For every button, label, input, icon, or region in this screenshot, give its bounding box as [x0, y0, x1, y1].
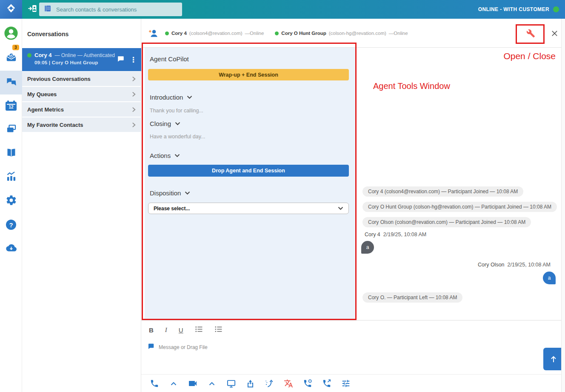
message-placeholder: Message or Drag File: [159, 344, 208, 350]
call-options-chevron[interactable]: [168, 382, 179, 386]
close-icon: [551, 30, 558, 37]
introduction-section-header[interactable]: Introduction: [150, 94, 192, 101]
message-input[interactable]: Message or Drag File: [147, 343, 208, 352]
active-conversation-item[interactable]: Cory 4 — Online — Authenticated 09:05 | …: [22, 48, 141, 71]
profile-presence-icon: [4, 26, 18, 42]
disposition-selected-value: Please select...: [154, 206, 190, 212]
nav-directory[interactable]: [0, 142, 22, 164]
settings-sliders-button[interactable]: [340, 379, 351, 388]
system-message: Cory O Hunt Group (colson-hg@revation.co…: [362, 202, 557, 212]
participant-email: (colson-hg@revation.com): [329, 31, 386, 36]
active-conversation-time: 09:05: [34, 60, 47, 65]
chevron-right-icon: [131, 107, 136, 112]
message-timestamp: 2/19/25, 10:08 AM: [508, 262, 551, 268]
active-conversation-status: — Online — Authenticated: [54, 52, 114, 58]
participant: Cory O Hunt Group (colson-hg@revation.co…: [275, 31, 408, 36]
presence-dot: [27, 53, 31, 57]
screen-share-button[interactable]: [225, 379, 237, 389]
participant: Cory 4 (colson4@revation.com) —Online: [165, 31, 264, 36]
separator: |: [49, 60, 50, 65]
agent-status-dot: [553, 6, 559, 12]
nav-windows[interactable]: [0, 118, 22, 140]
top-bar: ONLINE - WITH CUSTOMER: [0, 0, 565, 19]
nav-downloads[interactable]: [0, 237, 22, 260]
kebab-menu-icon[interactable]: ⋮: [130, 56, 137, 63]
chevron-down-icon: [174, 154, 180, 157]
translate-button[interactable]: [283, 379, 294, 388]
active-conversation-group: Cory O Hunt Group: [52, 60, 98, 65]
call-button[interactable]: [149, 379, 160, 388]
agent-status[interactable]: ONLINE - WITH CUSTOMER: [478, 0, 559, 19]
section-label: My Queues: [27, 91, 57, 97]
help-glyph: ?: [9, 221, 13, 229]
chat-bubble-icon[interactable]: [117, 55, 125, 65]
section-my-queues[interactable]: My Queues: [22, 87, 141, 101]
nav-help[interactable]: ?: [0, 214, 22, 236]
bullet-list-button[interactable]: [214, 326, 223, 335]
nav-metrics[interactable]: [0, 166, 22, 188]
scroll-to-top-button[interactable]: [543, 348, 564, 370]
disposition-section-header[interactable]: Disposition: [150, 189, 190, 197]
nav-settings[interactable]: [0, 190, 22, 212]
transfer-call-button[interactable]: [321, 379, 332, 388]
message-sender: Cory 4: [365, 232, 380, 237]
message-bubble-icon: [147, 343, 154, 352]
add-participant-button[interactable]: [148, 28, 159, 40]
agent-tools-toggle-button[interactable]: [526, 29, 535, 40]
close-conversation-button[interactable]: [551, 30, 558, 39]
italic-button[interactable]: I: [165, 326, 167, 334]
file-upload-button[interactable]: [245, 379, 256, 388]
nav-profile[interactable]: [0, 23, 22, 45]
presence-dot: [165, 31, 169, 35]
conversations-panel: Conversations Cory 4 — Online — Authenti…: [22, 19, 141, 392]
actions-section-header[interactable]: Actions: [150, 152, 180, 159]
section-agent-metrics[interactable]: Agent Metrics: [22, 102, 141, 117]
system-message: Cory 4 (colson4@revation.com) — Particip…: [362, 186, 523, 197]
introduction-snippet[interactable]: Thank you for calling...: [150, 108, 203, 114]
media-toolbar: [141, 374, 561, 392]
calendar-day-label: 12: [6, 105, 17, 109]
participant-name: Cory 4: [171, 31, 187, 36]
chevron-down-icon: [338, 206, 343, 210]
calendar-icon: 12: [6, 100, 17, 111]
bold-button[interactable]: B: [149, 326, 154, 334]
system-message: Cory Olson (colson@revation.com) — Parti…: [362, 217, 531, 227]
nav-calendar[interactable]: 12: [0, 94, 22, 117]
message-text: a: [548, 275, 551, 281]
disposition-label: Disposition: [150, 189, 181, 197]
section-label: Agent Metrics: [27, 106, 64, 113]
participant-email: (colson4@revation.com): [189, 31, 243, 36]
closing-section-header[interactable]: Closing: [150, 120, 180, 127]
help-icon: ?: [6, 220, 16, 230]
park-call-button[interactable]: [302, 379, 313, 388]
vertical-scrollbar[interactable]: [561, 19, 565, 392]
chart-icon: [6, 171, 17, 184]
message-bubble-incoming: a: [361, 241, 374, 254]
conversations-title: Conversations: [27, 31, 68, 37]
video-options-chevron[interactable]: [206, 382, 217, 386]
ordered-list-button[interactable]: [195, 326, 203, 335]
video-call-button[interactable]: [187, 378, 198, 389]
drop-agent-end-session-button[interactable]: Drop Agent and End Session: [148, 165, 349, 177]
closing-snippet[interactable]: Have a wonderful day...: [150, 134, 205, 140]
wrapup-end-session-button[interactable]: Wrap-up + End Session: [148, 69, 349, 80]
nav-inbox[interactable]: [0, 47, 22, 69]
participant-list: Cory 4 (colson4@revation.com) —Online Co…: [165, 19, 408, 48]
section-previous-conversations[interactable]: Previous Conversations: [22, 72, 141, 86]
arrow-up-icon: [549, 355, 558, 364]
nav-conversations[interactable]: [0, 71, 22, 94]
active-conversation-name: Cory 4: [34, 52, 51, 58]
add-contact-button[interactable]: [26, 3, 38, 15]
format-toolbar: B I U: [149, 326, 223, 335]
message-text: a: [366, 244, 369, 250]
participant-name: Cory O Hunt Group: [281, 31, 326, 36]
gear-icon: [6, 195, 17, 208]
message-meta: Cory Olson 2/19/25, 10:08 AM: [478, 262, 551, 268]
underline-button[interactable]: U: [179, 326, 183, 334]
book-icon: [6, 147, 17, 160]
search-input[interactable]: [56, 6, 178, 13]
participant-presence: —Online: [389, 31, 408, 36]
section-my-favorite-contacts[interactable]: My Favorite Contacts: [22, 117, 141, 132]
ai-assist-button[interactable]: [264, 379, 275, 388]
disposition-select[interactable]: Please select...: [148, 203, 349, 214]
